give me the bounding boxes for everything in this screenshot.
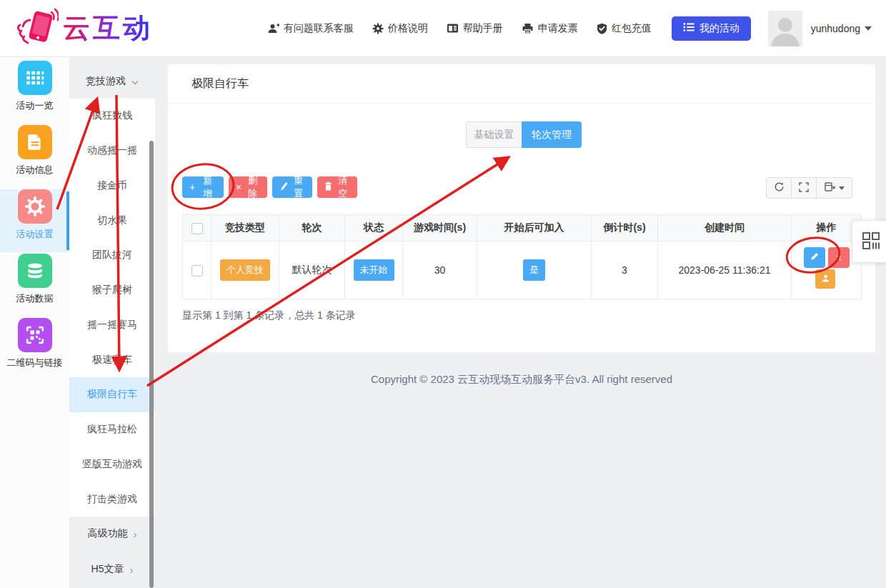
tab-basic-settings[interactable]: 基础设置 <box>466 121 522 148</box>
username: yunhudong <box>811 23 860 34</box>
menu-group-h5-articles[interactable]: H5文章 › <box>69 552 155 587</box>
manual-book-icon <box>447 23 459 34</box>
round-cell: 默认轮次 <box>279 241 345 299</box>
x-icon: × <box>236 182 242 192</box>
col-joinable: 开始后可加入 <box>477 215 592 241</box>
menu-item-fruit-cut[interactable]: 切水果 <box>69 203 155 238</box>
nav-invoice[interactable]: 申请发票 <box>522 22 578 35</box>
chevron-right-icon: › <box>129 564 133 576</box>
content-card: 极限自行车 基础设置 轮次管理 + 新增 × 删除 重置 <box>168 64 875 352</box>
sidebar-item-qrcode-links[interactable]: 二维码与链接 <box>0 318 69 381</box>
copyright: Copyright © 2023 云互动现场互动服务平台v3. All righ… <box>168 373 875 387</box>
sidebar-item-activity-settings[interactable]: 活动设置 <box>0 189 69 252</box>
menu-item-crazy-money[interactable]: 疯狂数钱 <box>69 99 155 134</box>
view-toggle-popup <box>852 220 886 263</box>
menu-group-competitive-games[interactable]: 竞技游戏 <box>69 64 155 99</box>
menu-item-speed-race[interactable]: 极速赛车 <box>69 342 155 377</box>
settings-tabs: 基础设置 轮次管理 <box>466 121 582 148</box>
plus-icon: + <box>189 182 195 192</box>
avatar[interactable] <box>768 11 802 46</box>
menu-item-extreme-bike[interactable]: 极限自行车 <box>69 377 155 412</box>
col-countdown: 倒计时(s) <box>592 215 658 241</box>
record-info: 显示第 1 到第 1 条记录，总共 1 条记录 <box>182 309 356 322</box>
countdown-cell: 3 <box>592 241 658 299</box>
menu-item-monkey-climb[interactable]: 猴子爬树 <box>69 273 155 308</box>
menu-item-horse-race[interactable]: 摇一摇赛马 <box>69 308 155 343</box>
menu-group-advanced[interactable]: 高级功能 › <box>69 517 155 551</box>
invoice-printer-icon <box>522 23 534 34</box>
shield-check-icon <box>597 23 607 34</box>
table-action-buttons: + 新增 × 删除 重置 清空 <box>182 176 357 198</box>
add-button[interactable]: + 新增 <box>182 176 224 198</box>
col-competition-type: 竞技类型 <box>211 215 279 241</box>
status-badge: 未开始 <box>354 259 394 281</box>
icon-sidebar: 活动一览 活动信息 活动设置 活动数据 二维码与链接 <box>0 57 69 588</box>
columns-toggle-button[interactable] <box>816 177 852 199</box>
fullscreen-icon <box>799 182 809 194</box>
edit-button[interactable] <box>804 247 825 268</box>
game-submenu: 疯狂数钱 动感摇一摇 接金币 切水果 团队拔河 猴子爬树 摇一摇赛马 极速赛车 … <box>69 99 155 517</box>
edit-pencil-icon <box>810 251 820 264</box>
main-content: 极限自行车 基础设置 轮次管理 + 新增 × 删除 重置 <box>168 64 875 588</box>
table-toolbar <box>766 177 852 199</box>
menu-item-hit-games[interactable]: 打击类游戏 <box>69 482 155 517</box>
title-divider <box>168 103 875 104</box>
delete-button[interactable]: × 删除 <box>229 176 267 198</box>
col-created-at: 创建时间 <box>658 215 792 241</box>
col-round: 轮次 <box>279 215 345 241</box>
columns-toggle-icon <box>825 181 836 194</box>
delete-x-icon: × <box>836 251 842 264</box>
my-activities-button[interactable]: 我的活动 <box>672 16 751 41</box>
document-icon <box>18 125 52 159</box>
app-logo[interactable]: 云互动 <box>14 6 180 51</box>
sidebar-item-activity-data[interactable]: 活动数据 <box>0 254 69 317</box>
col-game-time: 游戏时间(s) <box>403 215 477 241</box>
avatar-silhouette-icon <box>770 14 801 46</box>
menu-item-tug-of-war[interactable]: 团队拔河 <box>69 238 155 273</box>
list-icon <box>683 22 695 34</box>
refresh-button[interactable] <box>766 177 792 199</box>
refresh-icon <box>774 181 785 194</box>
joinable-badge: 是 <box>523 259 545 281</box>
row-checkbox[interactable] <box>191 265 203 276</box>
row-delete-button[interactable]: × <box>828 247 850 268</box>
table-row: 个人竞技 默认轮次 未开始 30 是 3 2023-06-25 11:36:21 <box>183 241 862 299</box>
price-gear-icon <box>372 23 384 34</box>
col-status: 状态 <box>345 215 403 241</box>
sidebar-item-activity-info[interactable]: 活动信息 <box>0 125 69 188</box>
sidebar-scrollbar[interactable] <box>149 141 154 588</box>
participants-person-icon <box>821 274 830 285</box>
trash-icon <box>324 181 332 193</box>
select-all-checkbox[interactable] <box>191 223 203 234</box>
user-dropdown[interactable]: yunhudong <box>811 23 872 34</box>
reset-button[interactable]: 重置 <box>272 176 312 198</box>
logo-hand-phone-icon <box>14 6 59 51</box>
tab-round-management[interactable]: 轮次管理 <box>522 121 582 148</box>
participants-button[interactable] <box>815 269 835 289</box>
caret-down-icon <box>865 26 872 31</box>
nav-help-manual[interactable]: 帮助手册 <box>447 22 503 35</box>
fullscreen-button[interactable] <box>791 177 817 199</box>
sidebar-item-activity-overview[interactable]: 活动一览 <box>0 61 69 124</box>
menu-item-vertical-games[interactable]: 竖版互动游戏 <box>69 447 155 482</box>
rounds-table: 竞技类型 轮次 状态 游戏时间(s) 开始后可加入 倒计时(s) 创建时间 操作… <box>182 214 862 299</box>
table-header-row: 竞技类型 轮次 状态 游戏时间(s) 开始后可加入 倒计时(s) 创建时间 操作 <box>183 215 862 241</box>
chevron-down-icon <box>131 76 139 87</box>
nav-recharge[interactable]: 红包充值 <box>597 22 652 35</box>
menu-item-shake[interactable]: 动感摇一摇 <box>69 134 155 169</box>
menu-sidebar: 竞技游戏 疯狂数钱 动感摇一摇 接金币 切水果 团队拔河 猴子爬树 摇一摇赛马 … <box>69 57 155 588</box>
grid-dots-icon <box>18 61 52 95</box>
game-time-cell: 30 <box>403 241 477 299</box>
nav-pricing[interactable]: 价格说明 <box>372 22 428 35</box>
clear-button[interactable]: 清空 <box>317 176 357 198</box>
menu-item-marathon[interactable]: 疯狂马拉松 <box>69 412 155 447</box>
logo-text: 云互动 <box>63 10 153 46</box>
gear-icon <box>18 189 52 224</box>
menu-item-catch-coins[interactable]: 接金币 <box>69 169 155 204</box>
card-view-toggle-button[interactable] <box>860 230 882 254</box>
reset-icon <box>279 181 288 193</box>
card-view-icon <box>860 243 882 254</box>
nav-contact-support[interactable]: 有问题联系客服 <box>267 22 354 35</box>
created-at-cell: 2023-06-25 11:36:21 <box>658 241 792 299</box>
qrcode-icon <box>18 318 52 352</box>
